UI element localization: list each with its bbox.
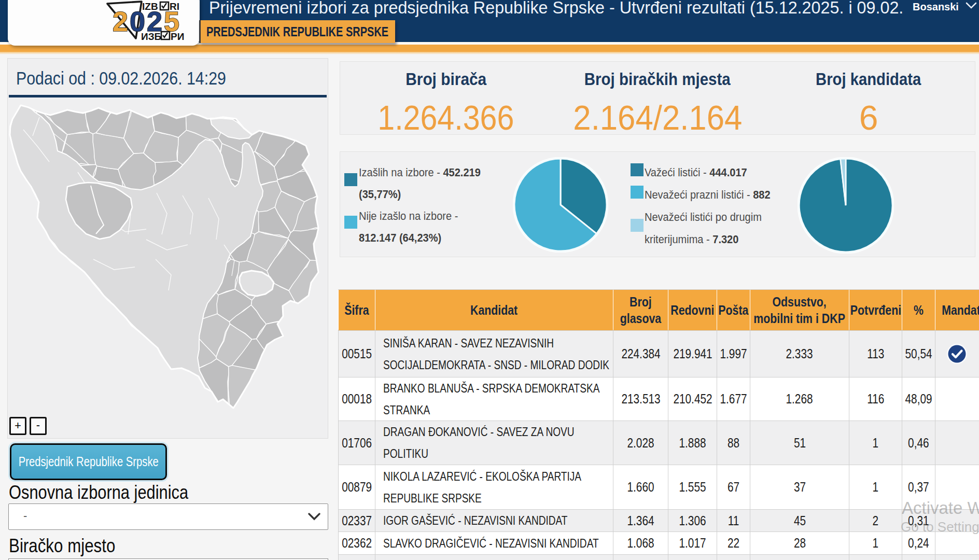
svg-text:РИ: РИ [171,31,184,41]
svg-text:ИЗБ: ИЗБ [141,31,161,41]
svg-text:2: 2 [113,6,128,37]
